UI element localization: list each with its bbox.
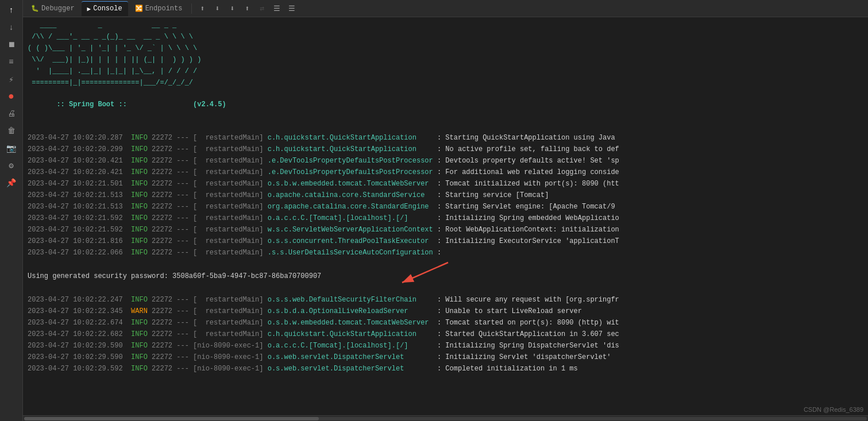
debugger-icon: 🐛 — [31, 5, 39, 12]
toolbar-separator — [191, 3, 192, 14]
log-line-6: 2023-04-27 10:02:21.513 INFO 22272 --- [… — [23, 190, 868, 201]
pause-btn[interactable]: ⬇ — [225, 2, 239, 16]
console-output[interactable]: ____ _ __ _ _ /\\ / ___'_ __ _ _(_)_ __ … — [23, 17, 868, 415]
log-line-3: 2023-04-27 10:02:20.421 INFO 22272 --- [… — [23, 155, 868, 167]
log-line-16: 2023-04-27 10:02:29.590 INFO 22272 --- [… — [23, 340, 868, 352]
resume-btn[interactable]: ⬆ — [240, 2, 254, 16]
log-line-2: 2023-04-27 10:02:20.299 INFO 22272 --- [… — [23, 144, 868, 155]
up-button[interactable]: ↑ — [2, 2, 21, 18]
log-line-14: 2023-04-27 10:02:22.674 INFO 22272 --- [… — [23, 317, 868, 329]
stop-button[interactable]: ⏹ — [2, 37, 21, 53]
delete-button[interactable]: 🗑 — [2, 123, 21, 139]
log-line-13: 2023-04-27 10:02:22.345 WARN 22272 --- [… — [23, 306, 868, 317]
log-line-7: 2023-04-27 10:02:21.513 INFO 22272 --- [… — [23, 201, 868, 213]
tab-debugger-label: Debugger — [41, 5, 75, 13]
camera-button[interactable]: 📷 — [2, 140, 21, 156]
banner-line1: ____ _ __ _ _ — [23, 20, 868, 31]
log-line-18: 2023-04-27 10:02:29.592 INFO 22272 --- [… — [23, 363, 868, 374]
horizontal-scrollbar[interactable] — [23, 415, 868, 421]
banner-line2: /\\ / ___'_ __ _ _(_)_ __ __ _ \ \ \ \ — [23, 31, 868, 43]
log-line-12: 2023-04-27 10:02:22.247 INFO 22272 --- [… — [23, 294, 868, 306]
blank-line1 — [23, 121, 868, 132]
log-line-11: 2023-04-27 10:02:22.066 INFO 22272 --- [… — [23, 247, 868, 258]
log-line-4: 2023-04-27 10:02:20.421 INFO 22272 --- [… — [23, 167, 868, 178]
list-button[interactable]: ≡ — [2, 54, 21, 70]
tab-endpoints[interactable]: 🔀 Endpoints — [129, 1, 188, 16]
log-line-8: 2023-04-27 10:02:21.592 INFO 22272 --- [… — [23, 213, 868, 224]
log-line-9: 2023-04-27 10:02:21.592 INFO 22272 --- [… — [23, 224, 868, 235]
log-line-17: 2023-04-27 10:02:29.590 INFO 22272 --- [… — [23, 352, 868, 363]
settings-button[interactable]: ⚙ — [2, 157, 21, 173]
log-line-5: 2023-04-27 10:02:21.501 INFO 22272 --- [… — [23, 178, 868, 190]
print-button[interactable]: 🖨 — [2, 106, 21, 122]
log-line-15: 2023-04-27 10:02:22.682 INFO 22272 --- [… — [23, 329, 868, 340]
scroll-up-btn[interactable]: ⬆ — [195, 2, 209, 16]
main-panel: 🐛 Debugger ▶ Console 🔀 Endpoints ⬆ ⬇ ⬇ ⬆… — [23, 0, 868, 421]
scroll-down-btn[interactable]: ⬇ — [210, 2, 224, 16]
banner-line3: ( ( )\___ | '_ | '_| | '_ \/ _` | \ \ \ … — [23, 43, 868, 54]
tab-console-label: Console — [93, 5, 122, 13]
down-button[interactable]: ↓ — [2, 20, 21, 36]
console-icon: ▶ — [87, 5, 91, 13]
watermark: CSDN @Redis_6389 — [804, 406, 863, 413]
log-line-10: 2023-04-27 10:02:21.816 INFO 22272 --- [… — [23, 235, 868, 247]
pin-button[interactable]: 📌 — [2, 175, 21, 191]
tab-console[interactable]: ▶ Console — [82, 1, 128, 16]
banner-line6: =========|_|==============|___/=/_/_/_/ — [23, 77, 868, 88]
list2-button[interactable]: ⚡ — [2, 71, 21, 87]
log-line-1: 2023-04-27 10:02:20.287 INFO 22272 --- [… — [23, 132, 868, 144]
spring-boot-line: :: Spring Boot :: (v2.4.5) — [23, 88, 868, 121]
dot-button[interactable]: ● — [2, 88, 21, 105]
red-arrow — [356, 260, 471, 288]
tab-endpoints-label: Endpoints — [145, 5, 183, 13]
filter-btn[interactable]: ☰ — [285, 2, 299, 16]
tab-bar: 🐛 Debugger ▶ Console 🔀 Endpoints ⬆ ⬇ ⬇ ⬆… — [23, 0, 868, 17]
endpoints-icon: 🔀 — [135, 5, 143, 12]
scrollbar-thumb[interactable] — [24, 417, 319, 420]
step-btn[interactable]: ⇄ — [255, 2, 269, 16]
clear-btn[interactable]: ☰ — [270, 2, 284, 16]
tab-debugger[interactable]: 🐛 Debugger — [25, 1, 80, 16]
banner-line4: \\/ ___)| |_)| | | | | || (_| | ) ) ) ) — [23, 54, 868, 65]
banner-line5: ' |____| .__|_| |_|_| |_\__, | / / / / — [23, 65, 868, 77]
sidebar: ↑ ↓ ⏹ ≡ ⚡ ● 🖨 🗑 📷 ⚙ 📌 — [0, 0, 23, 421]
scrollbar-track[interactable] — [24, 417, 867, 420]
